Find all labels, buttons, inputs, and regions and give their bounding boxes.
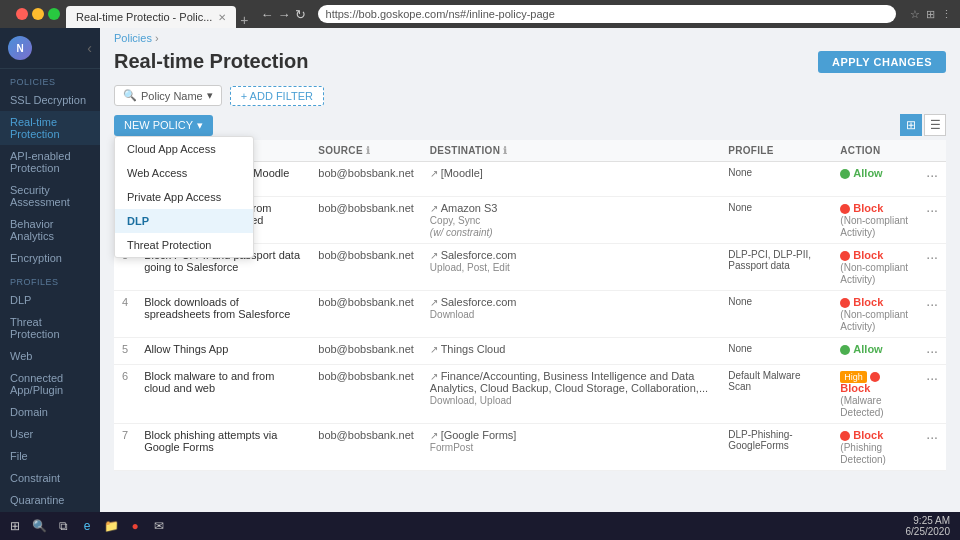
policy-name-cell[interactable]: Allow Things App	[136, 338, 310, 365]
action-cell: Block(Phishing Detection)	[832, 424, 918, 471]
policy-name-cell[interactable]: Block phishing attempts via Google Forms	[136, 424, 310, 471]
row-more-button[interactable]: ···	[926, 429, 938, 445]
row-more-button[interactable]: ···	[926, 202, 938, 218]
add-filter-button[interactable]: + ADD FILTER	[230, 86, 324, 106]
new-policy-label: NEW POLICY	[124, 119, 193, 131]
menu-icon[interactable]: ⋮	[941, 8, 952, 21]
dest-sub: Download	[430, 309, 474, 320]
sidebar-item-real-time-protection[interactable]: Real-timeProtection	[0, 111, 100, 145]
sidebar-item-encryption[interactable]: Encryption	[0, 247, 100, 269]
more-cell[interactable]: ···	[918, 197, 946, 244]
list-view-button[interactable]: ☰	[924, 114, 946, 136]
refresh-button[interactable]: ↻	[295, 7, 306, 22]
row-more-button[interactable]: ···	[926, 167, 938, 183]
sidebar-item-behavior-analytics[interactable]: Behavior Analytics	[0, 213, 100, 247]
user-label: User	[10, 428, 33, 440]
edge-icon[interactable]: e	[76, 515, 98, 537]
row-more-button[interactable]: ···	[926, 343, 938, 359]
security-assessment-label: Security Assessment	[10, 184, 90, 208]
action-label: Block	[853, 202, 883, 214]
col-source: SOURCE ℹ	[310, 140, 422, 162]
policy-name-cell[interactable]: Block malware to and from cloud and web	[136, 365, 310, 424]
more-cell[interactable]: ···	[918, 424, 946, 471]
more-cell[interactable]: ···	[918, 244, 946, 291]
mail-icon[interactable]: ✉	[148, 515, 170, 537]
sidebar-item-file[interactable]: File	[0, 445, 100, 467]
connected-app-label: Connected App/Plugin	[10, 372, 90, 396]
policy-name-filter[interactable]: 🔍 Policy Name ▾	[114, 85, 222, 106]
bookmark-icon[interactable]: ☆	[910, 8, 920, 21]
sidebar-collapse-button[interactable]: ‹	[87, 40, 92, 56]
tab-title: Real-time Protectio - Polic...	[76, 11, 212, 23]
destination-cell: ↗ Salesforce.comUpload, Post, Edit	[422, 244, 720, 291]
row-more-button[interactable]: ···	[926, 296, 938, 312]
policy-name-cell[interactable]: Block downloads of spreadsheets from Sal…	[136, 291, 310, 338]
profile-cell: Default Malware Scan	[720, 365, 832, 424]
file-explorer-icon[interactable]: 📁	[100, 515, 122, 537]
address-bar[interactable]: https://bob.goskope.com/ns#/inline-polic…	[318, 5, 896, 23]
search-taskbar-icon[interactable]: 🔍	[28, 515, 50, 537]
new-tab-button[interactable]: +	[240, 12, 248, 28]
clock: 9:25 AM	[906, 515, 951, 526]
logo-icon: N	[8, 36, 32, 60]
breadcrumb-separator: ›	[155, 32, 159, 44]
destination-cell: ↗ Salesforce.comDownload	[422, 291, 720, 338]
more-cell[interactable]: ···	[918, 338, 946, 365]
page-title: Real-time Protection	[114, 50, 308, 73]
private-app-access-label: Private App Access	[127, 191, 221, 203]
task-view-icon[interactable]: ⧉	[52, 515, 74, 537]
close-button[interactable]	[16, 8, 28, 20]
minimize-button[interactable]	[32, 8, 44, 20]
sidebar-item-web[interactable]: Web	[0, 345, 100, 367]
more-cell[interactable]: ···	[918, 162, 946, 197]
more-cell[interactable]: ···	[918, 365, 946, 424]
sidebar-item-domain[interactable]: Domain	[0, 401, 100, 423]
grid-view-button[interactable]: ⊞	[900, 114, 922, 136]
taskbar-time: 9:25 AM 6/25/2020	[906, 515, 957, 537]
maximize-button[interactable]	[48, 8, 60, 20]
table-row: 5 Allow Things App bob@bobsbank.net ↗ Th…	[114, 338, 946, 365]
action-label: Allow	[853, 343, 882, 355]
active-tab[interactable]: Real-time Protectio - Polic... ✕	[66, 6, 236, 28]
start-button[interactable]: ⊞	[4, 515, 26, 537]
forward-button[interactable]: →	[278, 7, 291, 22]
sidebar-item-quarantine[interactable]: Quarantine	[0, 489, 100, 511]
action-cell: Allow	[832, 162, 918, 197]
action-icon	[840, 431, 850, 441]
chrome-icon[interactable]: ●	[124, 515, 146, 537]
row-more-button[interactable]: ···	[926, 370, 938, 386]
profile-cell: None	[720, 197, 832, 244]
dropdown-item-cloud-app-access[interactable]: Cloud App Access	[115, 137, 253, 161]
dest-main: ↗ Finance/Accounting, Business Intellige…	[430, 370, 708, 394]
sidebar-item-connected-app[interactable]: Connected App/Plugin	[0, 367, 100, 401]
row-num: 5	[114, 338, 136, 365]
sidebar-item-user[interactable]: User	[0, 423, 100, 445]
apply-changes-button[interactable]: APPLY CHANGES	[818, 51, 946, 73]
new-policy-button[interactable]: NEW POLICY ▾	[114, 115, 213, 136]
sidebar-item-api-enabled-protection[interactable]: API-enabled Protection	[0, 145, 100, 179]
action-icon	[840, 298, 850, 308]
tab-close-icon[interactable]: ✕	[218, 12, 226, 23]
profile-cell: None	[720, 291, 832, 338]
sidebar-item-dlp[interactable]: DLP	[0, 289, 100, 311]
dropdown-item-dlp[interactable]: DLP	[115, 209, 253, 233]
sidebar-item-constraint[interactable]: Constraint	[0, 467, 100, 489]
action-cell: Block(Non-compliant Activity)	[832, 291, 918, 338]
dropdown-item-threat-protection[interactable]: Threat Protection	[115, 233, 253, 257]
dropdown-item-private-app-access[interactable]: Private App Access	[115, 185, 253, 209]
source-cell: bob@bobsbank.net	[310, 338, 422, 365]
row-num: 6	[114, 365, 136, 424]
browser-tabs: Real-time Protectio - Polic... ✕ +	[66, 0, 249, 28]
sidebar-item-security-assessment[interactable]: Security Assessment	[0, 179, 100, 213]
more-cell[interactable]: ···	[918, 291, 946, 338]
sidebar-item-ssl-decryption[interactable]: SSL Decryption	[0, 89, 100, 111]
dropdown-item-web-access[interactable]: Web Access	[115, 161, 253, 185]
row-num: 7	[114, 424, 136, 471]
sidebar-item-threat-protection[interactable]: Threat Protection	[0, 311, 100, 345]
breadcrumb: Policies ›	[100, 28, 960, 48]
breadcrumb-parent[interactable]: Policies	[114, 32, 152, 44]
row-more-button[interactable]: ···	[926, 249, 938, 265]
back-button[interactable]: ←	[261, 7, 274, 22]
destination-cell: ↗ Finance/Accounting, Business Intellige…	[422, 365, 720, 424]
extensions-icon[interactable]: ⊞	[926, 8, 935, 21]
